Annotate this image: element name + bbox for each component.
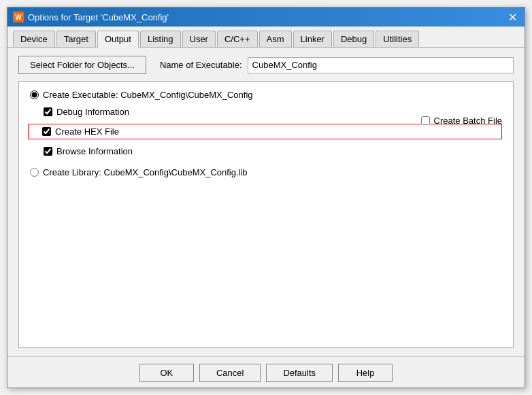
tab-cpp[interactable]: C/C++ [217, 31, 258, 47]
window-title: Options for Target 'CubeMX_Config' [28, 12, 169, 22]
tab-linker[interactable]: Linker [293, 31, 332, 47]
tab-utilities[interactable]: Utilities [376, 31, 419, 47]
defaults-button[interactable]: Defaults [266, 364, 333, 382]
create-hex-checkbox[interactable] [42, 127, 51, 136]
title-bar: W Options for Target 'CubeMX_Config' ✕ [7, 7, 525, 27]
tab-debug[interactable]: Debug [333, 31, 374, 47]
browse-info-row: Browse Information [30, 146, 502, 156]
tab-target[interactable]: Target [56, 31, 96, 47]
create-batch-area: Create Batch File [421, 116, 502, 126]
create-executable-row: Create Executable: CubeMX_Config\CubeMX_… [30, 90, 502, 100]
top-row: Select Folder for Objects... Name of Exe… [18, 56, 514, 74]
name-label: Name of Executable: [160, 60, 242, 70]
app-icon: W [13, 12, 24, 22]
tab-output[interactable]: Output [97, 31, 139, 48]
create-library-radio[interactable] [30, 168, 39, 177]
debug-info-checkbox[interactable] [44, 107, 52, 116]
create-hex-label: Create HEX File [55, 126, 119, 137]
create-library-label: Create Library: CubeMX_Config\CubeMX_Con… [43, 167, 248, 177]
create-executable-radio[interactable] [30, 90, 39, 99]
main-box: Create Executable: CubeMX_Config\CubeMX_… [18, 81, 514, 348]
tab-listing[interactable]: Listing [140, 31, 181, 47]
name-input[interactable] [248, 57, 514, 73]
browse-info-label: Browse Information [56, 146, 133, 156]
tab-device[interactable]: Device [13, 31, 55, 47]
tab-asm[interactable]: Asm [259, 31, 292, 47]
create-hex-row: Create HEX File [28, 124, 502, 139]
ok-button[interactable]: OK [139, 364, 194, 382]
bottom-row: OK Cancel Defaults Help [7, 356, 525, 388]
select-folder-button[interactable]: Select Folder for Objects... [18, 56, 146, 74]
close-button[interactable]: ✕ [505, 10, 519, 24]
name-field-group: Name of Executable: [160, 57, 514, 73]
tab-bar: Device Target Output Listing User C/C++ … [7, 27, 525, 48]
cancel-button[interactable]: Cancel [199, 364, 261, 382]
create-batch-label: Create Batch File [434, 116, 502, 126]
browse-info-checkbox[interactable] [44, 147, 52, 156]
create-executable-label: Create Executable: CubeMX_Config\CubeMX_… [43, 90, 253, 100]
main-window: W Options for Target 'CubeMX_Config' ✕ D… [7, 7, 525, 388]
help-button[interactable]: Help [338, 364, 393, 382]
title-bar-left: W Options for Target 'CubeMX_Config' [13, 12, 169, 22]
tab-user[interactable]: User [182, 31, 216, 47]
content-area: Select Folder for Objects... Name of Exe… [7, 48, 525, 356]
create-library-row: Create Library: CubeMX_Config\CubeMX_Con… [30, 167, 502, 177]
debug-info-label: Debug Information [56, 107, 129, 117]
create-batch-checkbox[interactable] [421, 116, 430, 125]
